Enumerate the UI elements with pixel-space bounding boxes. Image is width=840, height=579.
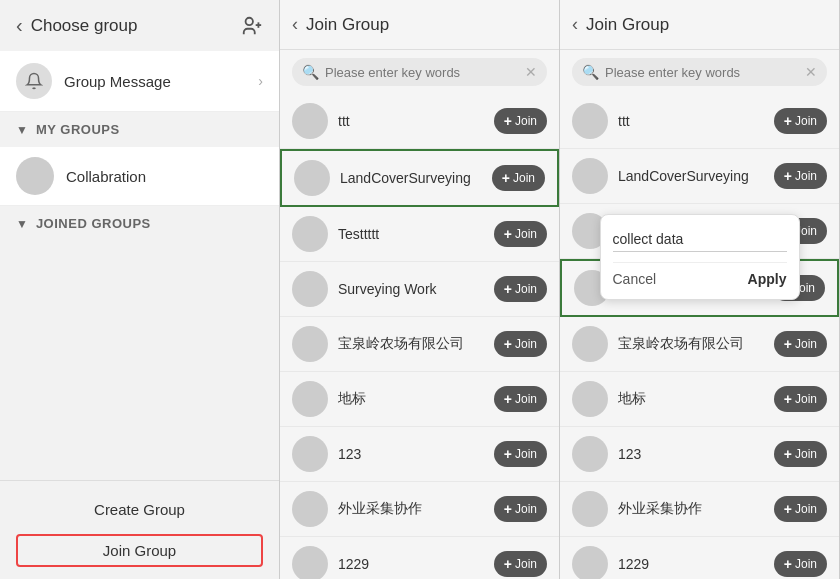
- plus-icon: +: [504, 281, 512, 297]
- back-button-right[interactable]: ‹: [572, 14, 578, 35]
- plus-icon: +: [784, 113, 792, 129]
- join-item[interactable]: 123 + Join: [560, 427, 839, 482]
- join-item[interactable]: 外业采集协作 + Join: [280, 482, 559, 537]
- join-item[interactable]: 地标 + Join: [560, 372, 839, 427]
- plus-icon: +: [784, 446, 792, 462]
- join-item[interactable]: Testtttt + Join: [280, 207, 559, 262]
- join-item-name: ttt: [618, 113, 774, 129]
- my-groups-section[interactable]: ▼ MY GROUPS: [0, 112, 279, 147]
- join-avatar: [292, 436, 328, 472]
- join-button[interactable]: + Join: [774, 386, 827, 412]
- search-clear-right[interactable]: ✕: [805, 64, 817, 80]
- join-item[interactable]: 外业采集协作 + Join: [560, 482, 839, 537]
- join-button[interactable]: + Join: [494, 276, 547, 302]
- plus-icon: +: [504, 501, 512, 517]
- joined-groups-section[interactable]: ▼ JOINED GROUPS: [0, 206, 279, 241]
- join-item-name: 123: [338, 446, 494, 462]
- join-button[interactable]: + Join: [494, 386, 547, 412]
- join-avatar: [292, 326, 328, 362]
- join-avatar: [572, 326, 608, 362]
- join-button[interactable]: + Join: [774, 551, 827, 577]
- join-item[interactable]: LandCoverSurveying + Join: [560, 149, 839, 204]
- join-button[interactable]: + Join: [494, 331, 547, 357]
- join-btn-label: Join: [795, 337, 817, 351]
- join-btn-label: Join: [795, 557, 817, 571]
- plus-icon: +: [504, 113, 512, 129]
- plus-icon: +: [504, 226, 512, 242]
- panel1-content: Group Message › ▼ MY GROUPS Collabration…: [0, 51, 279, 480]
- join-item-name: 123: [618, 446, 774, 462]
- join-button[interactable]: + Join: [774, 441, 827, 467]
- popup-cancel-button[interactable]: Cancel: [613, 271, 657, 287]
- panel3-container: ttt + Join LandCoverSurveying + Join Tes…: [560, 94, 839, 579]
- search-icon-left: 🔍: [302, 64, 319, 80]
- join-button[interactable]: + Join: [774, 108, 827, 134]
- popup-apply-button[interactable]: Apply: [748, 271, 787, 287]
- join-item[interactable]: 123 + Join: [280, 427, 559, 482]
- add-group-button[interactable]: [241, 15, 263, 37]
- arrow-icon: ›: [258, 73, 263, 89]
- search-clear-left[interactable]: ✕: [525, 64, 537, 80]
- join-avatar: [572, 103, 608, 139]
- join-item[interactable]: 1229 + Join: [560, 537, 839, 579]
- join-avatar: [292, 381, 328, 417]
- collapse-icon: ▼: [16, 123, 28, 137]
- popup-input[interactable]: [613, 227, 787, 252]
- join-btn-label: Join: [513, 171, 535, 185]
- join-header-left: ‹ Join Group: [280, 0, 559, 50]
- join-avatar: [572, 491, 608, 527]
- back-button[interactable]: ‹: [16, 14, 23, 37]
- back-button-left[interactable]: ‹: [292, 14, 298, 35]
- join-btn-label: Join: [515, 227, 537, 241]
- search-input-right[interactable]: [605, 65, 805, 80]
- join-button[interactable]: + Join: [494, 221, 547, 247]
- join-btn-label: Join: [515, 557, 537, 571]
- create-group-button[interactable]: Create Group: [16, 493, 263, 526]
- join-title-left: Join Group: [306, 15, 389, 35]
- join-item[interactable]: 1229 + Join: [280, 537, 559, 579]
- join-button[interactable]: + Join: [494, 108, 547, 134]
- join-avatar: [292, 216, 328, 252]
- join-item[interactable]: 宝泉岭农场有限公司 + Join: [280, 317, 559, 372]
- join-btn-label: Join: [515, 447, 537, 461]
- join-item-name: ttt: [338, 113, 494, 129]
- join-button[interactable]: + Join: [774, 163, 827, 189]
- join-group-button[interactable]: Join Group: [16, 534, 263, 567]
- join-item-name: 宝泉岭农场有限公司: [338, 335, 494, 353]
- join-button[interactable]: + Join: [494, 551, 547, 577]
- search-bar-right: 🔍 ✕: [572, 58, 827, 86]
- panel-join-group-right: ‹ Join Group 🔍 ✕ ttt + Join LandCoverSur…: [560, 0, 840, 579]
- join-item[interactable]: 地标 + Join: [280, 372, 559, 427]
- join-button[interactable]: + Join: [494, 496, 547, 522]
- plus-icon: +: [504, 336, 512, 352]
- join-avatar: [572, 381, 608, 417]
- panel-join-group-left: ‹ Join Group 🔍 ✕ ttt + Join LandCoverSur…: [280, 0, 560, 579]
- join-button[interactable]: + Join: [774, 331, 827, 357]
- join-item-name: 地标: [618, 390, 774, 408]
- join-item-name: 地标: [338, 390, 494, 408]
- plus-icon: +: [504, 446, 512, 462]
- join-item[interactable]: ttt + Join: [560, 94, 839, 149]
- join-btn-label: Join: [795, 392, 817, 406]
- collapse-icon2: ▼: [16, 217, 28, 231]
- joined-groups-label: JOINED GROUPS: [36, 216, 151, 231]
- join-item[interactable]: ttt + Join: [280, 94, 559, 149]
- group-message-item[interactable]: Group Message ›: [0, 51, 279, 112]
- header-left: ‹ Choose group: [16, 14, 137, 37]
- join-button[interactable]: + Join: [492, 165, 545, 191]
- join-button[interactable]: + Join: [774, 496, 827, 522]
- join-item[interactable]: LandCoverSurveying + Join: [280, 149, 559, 207]
- group-item-collaboration[interactable]: Collabration: [0, 147, 279, 206]
- panel1-footer: Create Group Join Group: [0, 480, 279, 579]
- join-item[interactable]: Surveying Work + Join: [280, 262, 559, 317]
- join-item[interactable]: 宝泉岭农场有限公司 + Join: [560, 317, 839, 372]
- join-avatar: [572, 158, 608, 194]
- search-input-left[interactable]: [325, 65, 525, 80]
- plus-icon: +: [504, 391, 512, 407]
- join-button[interactable]: + Join: [494, 441, 547, 467]
- plus-icon: +: [784, 391, 792, 407]
- join-popup: Cancel Apply: [600, 214, 800, 300]
- join-item-name: 宝泉岭农场有限公司: [618, 335, 774, 353]
- join-btn-label: Join: [795, 447, 817, 461]
- join-avatar: [572, 436, 608, 472]
